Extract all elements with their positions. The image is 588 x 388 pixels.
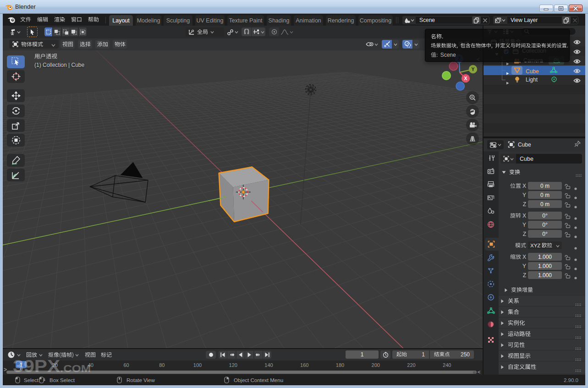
svg-text:X: X: [464, 76, 467, 81]
svg-text:Y: Y: [471, 66, 474, 72]
